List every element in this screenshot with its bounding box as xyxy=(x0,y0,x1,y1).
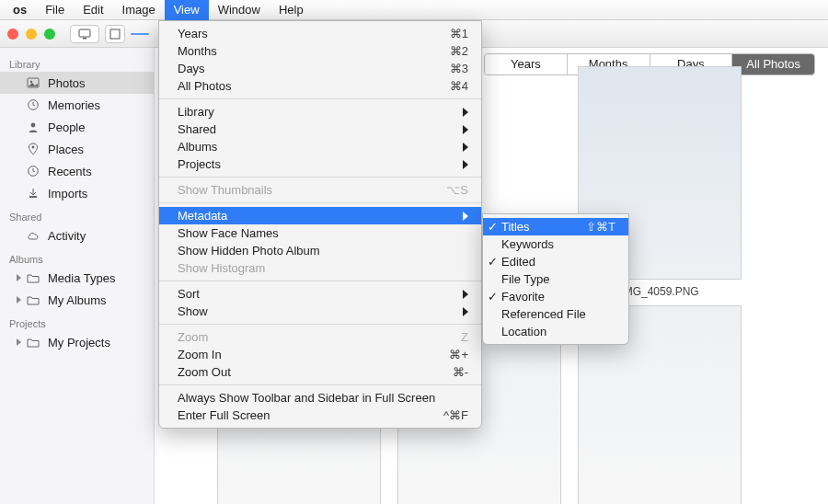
segment-years[interactable]: Years xyxy=(485,54,568,74)
view-menu-item[interactable]: Show xyxy=(159,303,481,320)
svg-rect-9 xyxy=(29,196,37,198)
menu-shortcut: ⌘+ xyxy=(449,348,468,361)
menu-item-label: Edited xyxy=(501,255,615,269)
sidebar-item-imports[interactable]: Imports xyxy=(0,182,154,204)
menu-view[interactable]: View xyxy=(165,0,209,20)
view-menu-item[interactable]: Albums xyxy=(159,138,481,155)
menu-item-label: Shared xyxy=(178,122,452,136)
checkmark-icon: ✓ xyxy=(488,290,498,304)
view-menu-item[interactable]: Always Show Toolbar and Sidebar in Full … xyxy=(159,389,481,407)
view-menu-item: Show Histogram xyxy=(159,259,481,277)
metadata-submenu-item[interactable]: ✓Edited xyxy=(483,253,628,270)
view-menu-item[interactable]: Years⌘1 xyxy=(159,25,481,42)
menu-shortcut: ⌘2 xyxy=(450,44,468,58)
view-menu-item[interactable]: Enter Full Screen^⌘F xyxy=(159,407,481,424)
svg-point-4 xyxy=(30,81,32,83)
disclosure-icon[interactable] xyxy=(17,338,21,346)
view-menu-separator xyxy=(159,202,481,203)
view-menu-item[interactable]: Library xyxy=(159,103,481,120)
view-menu-separator xyxy=(159,98,481,99)
view-menu-item[interactable]: Sort xyxy=(159,285,481,303)
sidebar-item-my-albums[interactable]: My Albums xyxy=(0,289,154,311)
sidebar-item-people[interactable]: People xyxy=(0,116,154,138)
sidebar-item-activity[interactable]: Activity xyxy=(0,224,154,246)
disclosure-icon[interactable] xyxy=(17,296,21,304)
menu-item-label: Months xyxy=(178,44,450,58)
metadata-submenu-item[interactable]: Referenced File xyxy=(483,305,628,323)
menu-item-label: Enter Full Screen xyxy=(178,408,443,422)
menu-item-label: Titles xyxy=(501,220,586,234)
sidebar-item-recents[interactable]: Recents xyxy=(0,160,154,182)
segment-all-photos[interactable]: All Photos xyxy=(732,54,814,74)
view-menu-item[interactable]: All Photos⌘4 xyxy=(159,77,481,95)
menubar: os File Edit Image View Window Help xyxy=(0,0,828,20)
submenu-arrow-icon xyxy=(463,143,468,152)
sidebar-item-label: Imports xyxy=(48,187,87,200)
menu-item-label: Metadata xyxy=(178,209,452,223)
sidebar-item-label: Memories xyxy=(48,98,100,112)
disclosure-icon[interactable] xyxy=(17,274,21,281)
photos-icon xyxy=(26,75,40,90)
sidebar-item-label: My Albums xyxy=(48,293,107,307)
menu-image[interactable]: Image xyxy=(113,0,165,20)
menu-edit[interactable]: Edit xyxy=(74,0,112,20)
sidebar-item-memories[interactable]: Memories xyxy=(0,94,154,116)
slideshow-button[interactable] xyxy=(70,25,99,43)
menu-item-label: Show Histogram xyxy=(178,261,468,275)
metadata-submenu-item[interactable]: ✓Favorite xyxy=(483,288,628,305)
view-menu-item[interactable]: Months⌘2 xyxy=(159,42,481,60)
menu-item-label: Always Show Toolbar and Sidebar in Full … xyxy=(178,391,468,405)
view-menu-item: Show Thumbnails⌥S xyxy=(159,181,481,199)
svg-rect-2 xyxy=(110,29,120,39)
metadata-submenu-item[interactable]: Location xyxy=(483,323,628,340)
submenu-arrow-icon xyxy=(463,307,468,316)
metadata-submenu-item[interactable]: File Type xyxy=(483,270,628,288)
sidebar-item-photos[interactable]: Photos xyxy=(0,72,154,94)
view-menu-item[interactable]: Shared xyxy=(159,120,481,138)
menu-file[interactable]: File xyxy=(36,0,74,20)
menu-item-label: File Type xyxy=(501,272,615,286)
view-menu-separator xyxy=(159,177,481,178)
submenu-arrow-icon xyxy=(463,290,468,299)
metadata-submenu-item[interactable]: Keywords xyxy=(483,235,628,253)
zoom-window-button[interactable] xyxy=(44,29,55,40)
view-menu-item[interactable]: Metadata xyxy=(159,207,481,224)
clock-icon xyxy=(26,97,40,112)
sidebar-item-my-projects[interactable]: My Projects xyxy=(0,331,154,353)
download-icon xyxy=(26,186,40,200)
svg-point-7 xyxy=(32,146,35,149)
view-menu-item[interactable]: Projects xyxy=(159,155,481,173)
menu-shortcut: ⌘3 xyxy=(450,62,468,75)
view-menu-separator xyxy=(159,384,481,385)
sidebar-item-places[interactable]: Places xyxy=(0,138,154,160)
menu-item-label: Show Thumbnails xyxy=(178,183,446,197)
close-window-button[interactable] xyxy=(7,29,18,40)
view-menu-item[interactable]: Show Hidden Photo Album xyxy=(159,242,481,259)
svg-rect-0 xyxy=(79,29,90,37)
sidebar-item-label: Media Types xyxy=(48,271,115,285)
menu-shortcut: ^⌘F xyxy=(443,408,468,422)
menu-item-label: Location xyxy=(501,325,615,338)
view-menu-item: ZoomZ xyxy=(159,328,481,346)
view-menu-item[interactable]: Days⌘3 xyxy=(159,60,481,77)
checkmark-icon: ✓ xyxy=(488,220,498,234)
cloud-icon xyxy=(26,228,40,243)
view-menu-item[interactable]: Zoom In⌘+ xyxy=(159,346,481,363)
submenu-arrow-icon xyxy=(463,160,468,169)
metadata-submenu-item[interactable]: ✓Titles⇧⌘T xyxy=(483,218,628,235)
person-icon xyxy=(26,120,40,134)
menu-item-label: Show Hidden Photo Album xyxy=(178,244,468,258)
sidebar-item-media-types[interactable]: Media Types xyxy=(0,267,154,289)
menu-item-label: All Photos xyxy=(178,79,450,93)
menu-window[interactable]: Window xyxy=(209,0,270,20)
zoom-slider[interactable] xyxy=(131,33,149,35)
checkmark-icon: ✓ xyxy=(488,255,498,269)
view-menu-item[interactable]: Zoom Out⌘- xyxy=(159,363,481,381)
menu-item-label: Albums xyxy=(178,140,452,154)
sidebar: Library Photos Memories People Places Re… xyxy=(0,48,155,504)
menu-help[interactable]: Help xyxy=(270,0,313,20)
minimize-window-button[interactable] xyxy=(26,29,37,40)
menu-item-label: Library xyxy=(178,105,452,119)
toolbar-button-2[interactable] xyxy=(105,25,125,43)
view-menu-item[interactable]: Show Face Names xyxy=(159,224,481,242)
